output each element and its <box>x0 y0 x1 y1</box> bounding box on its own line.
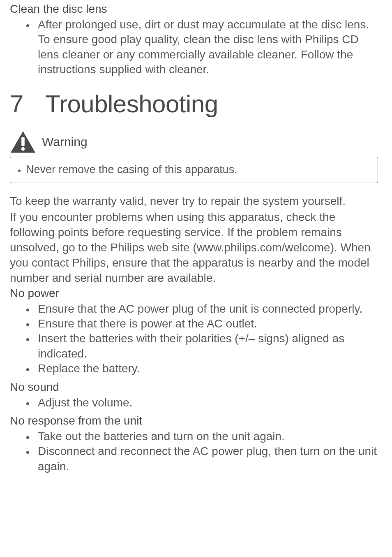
section-heading-clean-disc-lens: Clean the disc lens <box>10 2 382 16</box>
list-clean-disc-lens: After prolonged use, dirt or dust may ac… <box>10 17 382 77</box>
chapter-title: Troubleshooting <box>45 90 218 118</box>
warning-item: Never remove the casing of this apparatu… <box>26 163 371 176</box>
svg-point-1 <box>21 147 25 150</box>
list-no-response: Take out the batteries and turn on the u… <box>10 429 382 474</box>
warning-header: Warning <box>10 130 382 153</box>
list-no-power: Ensure that the AC power plug of the uni… <box>10 302 382 376</box>
warning-box: Never remove the casing of this apparatu… <box>10 157 378 183</box>
list-item: Disconnect and reconnect the AC power pl… <box>35 444 382 474</box>
list-item: Insert the batteries with their polariti… <box>35 331 382 361</box>
body-paragraph: To keep the warranty valid, never try to… <box>10 194 382 209</box>
list-item: After prolonged use, dirt or dust may ac… <box>35 17 382 77</box>
list-item: Adjust the volume. <box>35 395 382 410</box>
section-heading-no-sound: No sound <box>10 381 382 394</box>
warning-icon <box>10 130 36 153</box>
chapter-number: 7 <box>10 90 45 118</box>
list-item: Take out the batteries and turn on the u… <box>35 429 382 444</box>
warning-label: Warning <box>42 135 88 149</box>
list-no-sound: Adjust the volume. <box>10 395 382 410</box>
list-item: Ensure that the AC power plug of the uni… <box>35 302 382 316</box>
section-heading-no-power: No power <box>10 287 382 300</box>
list-item: Replace the battery. <box>35 361 382 376</box>
chapter-heading: 7Troubleshooting <box>10 90 382 118</box>
list-item: Ensure that there is power at the AC out… <box>35 316 382 331</box>
svg-rect-0 <box>21 137 25 146</box>
body-paragraph: If you encounter problems when using thi… <box>10 210 382 286</box>
section-heading-no-response: No response from the unit <box>10 414 382 427</box>
